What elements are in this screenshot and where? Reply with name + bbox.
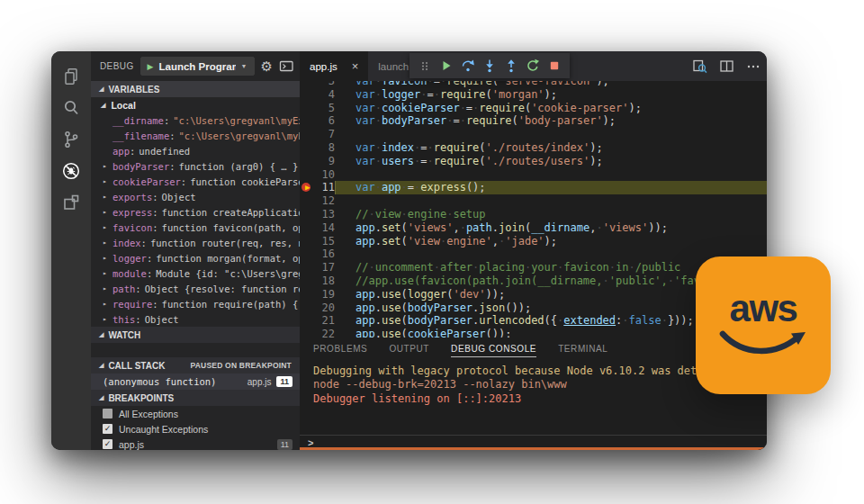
variable-row[interactable]: ▸logger:function morgan(format, opt… [91, 250, 300, 266]
breakpoint-label: Uncaught Exceptions [119, 424, 208, 435]
code-line[interactable]: 15app.set('view·engine',·'jade'); [300, 235, 767, 248]
close-icon[interactable]: × [352, 60, 359, 72]
expand-arrow-icon: ▸ [103, 284, 112, 292]
launch-config-dropdown[interactable]: ▶ Launch Program ▼ [140, 57, 255, 76]
line-number: 22 [313, 328, 335, 338]
paused-status-badge: PAUSED ON BREAKPOINT [191, 361, 292, 370]
gutter [300, 208, 313, 221]
code-text: app.set('views',·path.join(__dirname,·'v… [335, 221, 767, 235]
checkbox[interactable]: ✓ [103, 439, 112, 449]
stop-icon[interactable] [544, 55, 565, 76]
panel-tab-terminal[interactable]: TERMINAL [558, 344, 608, 357]
line-number: 18 [313, 274, 335, 288]
breakpoint-gutter[interactable]: ▶ [300, 181, 313, 194]
code-line[interactable]: 7 [300, 128, 767, 141]
breakpoint-row[interactable]: ✓app.js11 [91, 436, 300, 450]
call-stack-frame[interactable]: (anonymous function) app.js 11 [91, 374, 300, 390]
drag-handle-icon[interactable] [414, 55, 436, 76]
line-number: 11 [313, 181, 335, 194]
variables-section-header[interactable]: ◢ VARIABLES [91, 81, 300, 97]
checkbox[interactable]: ✓ [103, 424, 112, 434]
breakpoint-row[interactable]: ✓Uncaught Exceptions [91, 421, 300, 436]
variable-value: function (arg0) { … } [179, 161, 299, 172]
variable-name: favicon [112, 222, 152, 233]
variable-row[interactable]: app:undefined [91, 143, 300, 158]
gutter [300, 141, 313, 155]
call-stack-section-header[interactable]: ◢ CALL STACK PAUSED ON BREAKPOINT [91, 357, 300, 374]
variable-row[interactable]: ▸exports:Object [91, 189, 300, 204]
split-editor-icon[interactable] [719, 58, 734, 74]
expand-arrow-icon: ▸ [103, 315, 112, 323]
expand-arrow-icon: ▸ [103, 208, 112, 216]
variable-row[interactable]: ▸require:function require(path) { … [91, 296, 300, 311]
twisty-icon: ◢ [99, 394, 104, 401]
watch-section-header[interactable]: ◢ WATCH [91, 327, 300, 343]
variable-separator: : [152, 299, 158, 310]
variable-separator: : [152, 192, 158, 202]
code-line[interactable]: 3var·favicon·=·require('serve-favicon'); [300, 81, 767, 88]
variable-row[interactable]: ▸bodyParser:function (arg0) { … } [91, 158, 300, 174]
restart-icon[interactable] [522, 55, 544, 76]
tab-app.js[interactable]: app.js× [300, 51, 368, 81]
variable-row[interactable]: ▸index:function router(req, res, ne… [91, 235, 300, 250]
step-into-icon[interactable] [479, 55, 500, 76]
checkbox[interactable] [103, 409, 112, 418]
gutter [300, 128, 313, 141]
line-number: 13 [313, 208, 335, 221]
code-line[interactable]: ▶11var·app·=·express(); [300, 181, 767, 194]
debug-console-toggle-icon[interactable] [279, 59, 294, 73]
explorer-icon[interactable] [51, 60, 91, 92]
variable-value: function require(path) { … [162, 299, 300, 310]
variable-row[interactable]: __filename:"c:\Users\gregvanl\myEx… [91, 128, 300, 143]
code-text: var·logger·=·require('morgan'); [335, 88, 767, 102]
settings-gear-icon[interactable]: ⚙ [261, 59, 273, 73]
code-line[interactable]: 16 [300, 248, 767, 261]
panel-tab-debug-console[interactable]: DEBUG CONSOLE [451, 344, 536, 357]
twisty-icon: ◢ [99, 86, 104, 93]
variable-row[interactable]: ▸cookieParser:function cookieParser… [91, 174, 300, 189]
gutter [300, 261, 313, 274]
step-out-icon[interactable] [500, 55, 522, 76]
code-line[interactable]: 10 [300, 168, 767, 182]
line-number: 8 [313, 141, 335, 155]
variable-value: Object [145, 314, 179, 325]
code-line[interactable]: 6var·bodyParser·=·require('body-parser')… [300, 114, 767, 128]
code-line[interactable]: 4var·logger·=·require('morgan'); [300, 88, 767, 102]
variable-row[interactable]: ▸express:function createApplication… [91, 204, 300, 220]
step-over-icon[interactable] [457, 55, 479, 76]
breakpoints-section-header[interactable]: ◢ BREAKPOINTS [91, 390, 300, 406]
tab-label: app.js [310, 61, 338, 72]
more-actions-icon[interactable] [746, 59, 760, 74]
continue-icon[interactable] [436, 55, 457, 76]
line-number: 21 [313, 314, 335, 328]
code-line[interactable]: 8var·index·=·require('./routes/index'); [300, 141, 767, 155]
extensions-icon[interactable] [51, 186, 91, 218]
console-line: Debugger listening on [::]:20213 [313, 392, 753, 406]
variable-row[interactable]: ▸favicon:function favicon(path, opt… [91, 220, 300, 235]
gutter [300, 155, 313, 168]
variable-row[interactable]: ▸this:Object [91, 311, 300, 327]
source-control-icon[interactable] [51, 123, 91, 155]
variable-row[interactable]: ▸module:Module {id: "c:\Users\gregv… [91, 266, 300, 281]
code-line[interactable]: 12 [300, 194, 767, 208]
variable-row[interactable]: __dirname:"c:\Users\gregvanl\myExp… [91, 112, 300, 128]
code-line[interactable]: 5var·cookieParser·=·require('cookie-pars… [300, 102, 767, 115]
console-line: node --debug-brk=20213 --nolazy bin\www [313, 378, 753, 392]
breakpoint-row[interactable]: All Exceptions [91, 406, 300, 421]
gutter [300, 168, 313, 182]
panel-tab-problems[interactable]: PROBLEMS [313, 344, 367, 357]
line-number: 15 [313, 235, 335, 248]
debug-icon[interactable] [51, 155, 91, 186]
variable-name: index [112, 238, 141, 248]
expand-arrow-icon: ▸ [103, 223, 112, 231]
search-icon[interactable] [51, 92, 91, 123]
open-preview-icon[interactable] [692, 58, 707, 74]
code-line[interactable]: 14app.set('views',·path.join(__dirname,·… [300, 221, 767, 235]
code-line[interactable]: 13//·view·engine·setup [300, 208, 767, 221]
start-debug-icon[interactable]: ▶ [148, 62, 154, 71]
variable-row[interactable]: ▸path:Object {resolve: function res… [91, 281, 300, 296]
scope-row-local[interactable]: ◢ Local [91, 97, 300, 112]
line-number: 20 [313, 302, 335, 315]
panel-tab-output[interactable]: OUTPUT [389, 344, 429, 357]
code-line[interactable]: 9var·users·=·require('./routes/users'); [300, 155, 767, 168]
